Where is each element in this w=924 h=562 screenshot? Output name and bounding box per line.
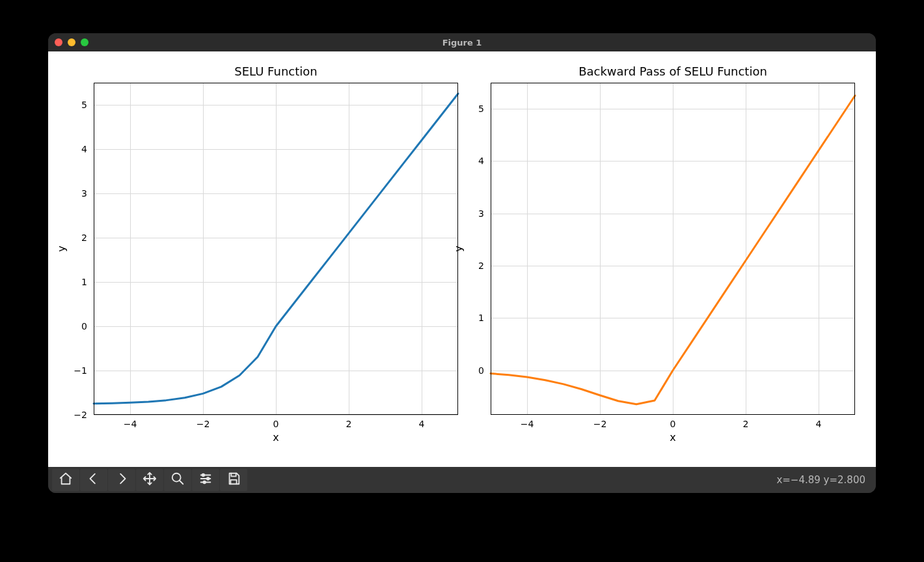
gridline-horizontal [94, 415, 458, 415]
x-tick-label: 0 [670, 419, 676, 429]
y-tick-label: 5 [478, 104, 484, 114]
chart-title: SELU Function [94, 64, 458, 78]
y-tick-label: 2 [478, 260, 484, 271]
x-axis-label: x [491, 431, 855, 443]
x-tick-label: 4 [816, 419, 822, 429]
window-controls [55, 38, 88, 46]
back-button[interactable] [80, 469, 107, 491]
close-button[interactable] [55, 38, 62, 46]
y-tick-label: 4 [81, 144, 87, 154]
y-tick-label: 0 [478, 365, 484, 376]
cursor-coordinates: x=−4.89 y=2.800 [776, 474, 872, 486]
series-line-selu [94, 94, 458, 404]
y-tick-label: 3 [478, 208, 484, 219]
y-tick-label: 1 [478, 313, 484, 323]
x-tick-label: 0 [273, 419, 279, 429]
series-line-selu_backward [491, 96, 855, 404]
y-axis-label: y [55, 246, 68, 251]
plot-lines [94, 83, 458, 415]
x-tick-label: 2 [346, 419, 352, 429]
y-tick-label: 4 [478, 156, 484, 166]
zoom-button[interactable] [164, 469, 191, 491]
y-tick-label: −2 [74, 410, 87, 420]
y-tick-label: 0 [81, 321, 87, 331]
maximize-button[interactable] [81, 38, 88, 46]
home-icon [59, 471, 73, 488]
y-tick-label: −1 [74, 365, 87, 376]
configure-subplots-button[interactable] [192, 469, 219, 491]
navigation-toolbar: x=−4.89 y=2.800 [48, 467, 876, 493]
minimize-button[interactable] [68, 38, 75, 46]
x-tick-label: −2 [593, 419, 607, 429]
x-tick-label: 4 [419, 419, 425, 429]
y-tick-label: 5 [81, 100, 87, 110]
chart-0: −4−2024−2−1012345SELU Functionxy [94, 83, 458, 415]
figure-canvas[interactable]: −4−2024−2−1012345SELU Functionxy−4−20240… [48, 51, 876, 467]
chart-1: −4−2024012345Backward Pass of SELU Funct… [491, 83, 855, 415]
x-tick-label: −2 [197, 419, 210, 429]
move-icon [143, 471, 157, 488]
y-tick-label: 1 [81, 277, 87, 287]
chart-title: Backward Pass of SELU Function [491, 64, 855, 78]
arrow-right-icon [115, 471, 129, 488]
forward-button[interactable] [108, 469, 135, 491]
save-icon [226, 471, 241, 488]
svg-point-3 [203, 481, 206, 484]
window-title: Figure 1 [442, 38, 482, 48]
y-tick-label: 2 [81, 232, 87, 243]
x-tick-label: 2 [743, 419, 749, 429]
x-tick-label: −4 [521, 419, 534, 429]
y-tick-label: 3 [81, 188, 87, 199]
y-axis-label: y [452, 246, 465, 251]
svg-point-1 [202, 474, 205, 477]
arrow-left-icon [87, 471, 101, 488]
zoom-icon [170, 471, 185, 488]
home-button[interactable] [52, 469, 79, 491]
sliders-icon [198, 471, 213, 488]
titlebar[interactable]: Figure 1 [48, 33, 876, 51]
x-tick-label: −4 [124, 419, 137, 429]
svg-point-2 [207, 477, 210, 480]
save-button[interactable] [220, 469, 247, 491]
x-axis-label: x [94, 431, 458, 443]
figure-window: Figure 1 −4−2024−2−1012345SELU Functionx… [48, 33, 876, 493]
pan-button[interactable] [136, 469, 163, 491]
plot-lines [491, 83, 855, 415]
